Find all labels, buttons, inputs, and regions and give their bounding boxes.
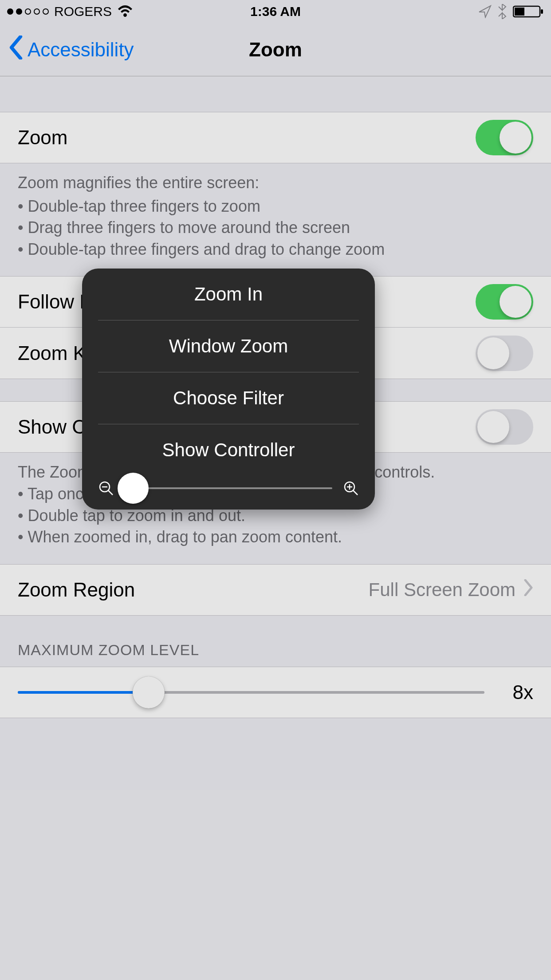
status-left: ROGERS <box>7 4 133 19</box>
max-zoom-slider[interactable] <box>18 691 484 694</box>
zoom-region-row[interactable]: Zoom Region Full Screen Zoom <box>0 564 551 616</box>
svg-rect-2 <box>541 9 543 14</box>
zoom-row: Zoom <box>0 112 551 163</box>
slider-thumb[interactable] <box>133 676 165 708</box>
zoom-region-value: Full Screen Zoom <box>369 579 516 601</box>
back-label: Accessibility <box>28 39 134 61</box>
nav-bar: Accessibility Zoom <box>0 23 551 76</box>
svg-rect-1 <box>515 8 524 16</box>
chevron-right-icon <box>523 579 533 601</box>
back-button[interactable]: Accessibility <box>0 36 134 64</box>
popover-zoom-slider[interactable] <box>125 487 332 489</box>
svg-line-7 <box>353 490 358 495</box>
chevron-left-icon <box>9 36 23 64</box>
location-icon <box>478 5 492 18</box>
status-right <box>478 4 544 19</box>
zoom-footer-title: Zoom magnifies the entire screen: <box>18 172 533 194</box>
carrier-label: ROGERS <box>54 4 112 19</box>
show-controller-toggle[interactable] <box>476 409 533 445</box>
popover-window-zoom[interactable]: Window Zoom <box>82 320 375 372</box>
max-zoom-header: MAXIMUM ZOOM LEVEL <box>0 616 551 667</box>
zoom-footer-l1: • Double-tap three fingers to zoom <box>18 196 533 217</box>
controller-footer-l3: • When zoomed in, drag to pan zoom conte… <box>18 526 533 548</box>
zoom-region-label: Zoom Region <box>18 579 135 601</box>
status-time: 1:36 AM <box>250 4 301 19</box>
zoom-footer: Zoom magnifies the entire screen: • Doub… <box>0 163 551 276</box>
max-zoom-row: 8x <box>0 667 551 718</box>
zoom-footer-l3: • Double-tap three fingers and drag to c… <box>18 239 533 261</box>
bluetooth-icon <box>498 4 507 19</box>
signal-dots <box>7 8 49 15</box>
popover-choose-filter[interactable]: Choose Filter <box>82 372 375 424</box>
wifi-icon <box>117 5 133 18</box>
zoom-keyboard-toggle[interactable] <box>476 336 533 371</box>
zoom-in-icon[interactable] <box>343 480 359 496</box>
max-zoom-value: 8x <box>498 681 533 703</box>
zoom-label: Zoom <box>18 126 67 149</box>
page-title: Zoom <box>249 39 302 61</box>
battery-icon <box>513 5 544 18</box>
zoom-out-icon[interactable] <box>98 480 114 496</box>
zoom-toggle[interactable] <box>476 120 533 155</box>
follow-focus-toggle[interactable] <box>476 284 533 320</box>
popover-show-controller[interactable]: Show Controller <box>82 424 375 476</box>
zoom-popover: Zoom In Window Zoom Choose Filter Show C… <box>82 269 375 510</box>
popover-zoom-slider-row <box>82 476 375 496</box>
zoom-footer-l2: • Drag three fingers to move around the … <box>18 217 533 239</box>
svg-line-4 <box>108 490 113 495</box>
popover-zoom-in[interactable]: Zoom In <box>82 269 375 320</box>
popover-slider-thumb[interactable] <box>118 473 149 504</box>
status-bar: ROGERS 1:36 AM <box>0 0 551 23</box>
